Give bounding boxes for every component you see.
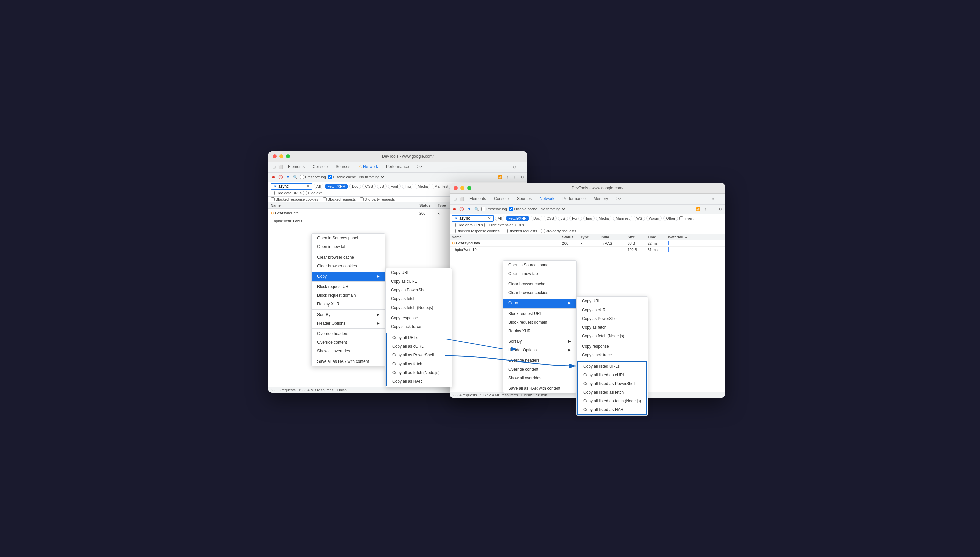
disable-cache-label-2[interactable]: Disable cache [509,207,537,211]
tab-memory-2[interactable]: Memory [590,194,611,204]
ctx2-block-domain[interactable]: Block request domain [503,318,576,327]
copy2-stack[interactable]: Copy stack trace [577,351,648,360]
download-icon-2[interactable]: ↓ [710,206,715,212]
tab-network-2[interactable]: Network [536,194,558,204]
upload-icon-1[interactable]: ↑ [505,174,510,180]
col-name-header-1[interactable]: Name [271,203,419,207]
tab-console-2[interactable]: Console [491,194,512,204]
copy1-url[interactable]: Copy URL [385,268,452,277]
hide-data-label-1[interactable]: Hide data URLs [271,191,302,195]
col-time-header-2[interactable]: Time [648,235,668,239]
copy1-all-har[interactable]: Copy all as HAR [387,377,451,386]
disable-cache-check-1[interactable] [328,175,332,179]
filter-js-1[interactable]: JS [377,184,387,189]
record-btn-1[interactable]: ⏺ [271,174,276,180]
filter-font-2[interactable]: Font [569,216,582,221]
ctx2-override-headers[interactable]: Override headers [503,356,576,365]
ctx1-open-sources[interactable]: Open in Sources panel [312,234,385,243]
filter-all-1[interactable]: All [314,184,323,189]
copy1-all-fetch[interactable]: Copy all as fetch [387,360,451,368]
ctx1-clear-cookies[interactable]: Clear browser cookies [312,262,385,270]
tab-sources-1[interactable]: Sources [332,162,354,173]
ctx1-override-headers[interactable]: Override headers [312,329,385,338]
device-icon-2[interactable]: ⬜ [459,196,464,202]
clear-search-2[interactable]: ✕ [488,216,491,221]
hide-data-check-1[interactable] [271,191,274,195]
ctx2-copy[interactable]: Copy▶ [503,299,576,308]
inspect-icon-2[interactable]: ⊡ [452,196,458,202]
tab-more-2[interactable]: >> [613,194,624,204]
col-initiator-header-2[interactable]: Initia... [601,235,627,239]
copy2-response[interactable]: Copy response [577,342,648,351]
close-button-1[interactable] [273,154,276,158]
disable-cache-label-1[interactable]: Disable cache [328,175,356,179]
throttling-select-2[interactable]: No throttling [539,207,566,211]
download-icon-1[interactable]: ↓ [512,174,518,180]
filter-wasm-2[interactable]: Wasm [647,216,662,221]
tab-sources-2[interactable]: Sources [513,194,535,204]
col-name-header-2[interactable]: Name [452,235,562,239]
third-party-2[interactable]: 3rd-party requests [541,229,576,233]
ctx2-header-opts[interactable]: Header Options▶ [503,346,576,355]
hide-ext-check-1[interactable] [303,191,307,195]
copy2-all-listed-har[interactable]: Copy all listed as HAR [578,406,647,414]
copy2-all-listed-ps[interactable]: Copy all listed as PowerShell [578,379,647,388]
ctx2-replay-xhr[interactable]: Replay XHR [503,327,576,336]
filter-js-2[interactable]: JS [558,216,568,221]
preserve-log-check-2[interactable] [481,207,485,211]
filter-ws-2[interactable]: WS [634,216,645,221]
copy1-all-fetch-node[interactable]: Copy all as fetch (Node.js) [387,368,451,377]
settings2-icon-1[interactable]: ⚙ [519,174,525,180]
invert-check-2[interactable] [679,216,683,220]
ctx2-clear-cookies[interactable]: Clear browser cookies [503,288,576,297]
more-icon-2[interactable]: ⋮ [717,196,722,202]
close-button-2[interactable] [454,186,458,190]
filter-fetchxhr-1[interactable]: Fetch/XHR [325,184,348,189]
filter-img-2[interactable]: Img [583,216,595,221]
copy1-stack[interactable]: Copy stack trace [385,322,452,331]
filter-all-2[interactable]: All [495,216,505,221]
preserve-log-check-1[interactable] [300,175,304,179]
settings2-icon-2[interactable]: ⚙ [717,206,723,212]
ctx2-open-sources[interactable]: Open in Sources panel [503,261,576,269]
maximize-button-2[interactable] [467,186,471,190]
ctx1-header-opts[interactable]: Header Options▶ [312,319,385,327]
copy2-all-listed-urls[interactable]: Copy all listed URLs [578,362,647,371]
throttling-select-1[interactable]: No throttling [358,175,385,179]
ctx2-block-url[interactable]: Block request URL [503,309,576,318]
copy2-curl[interactable]: Copy as cURL [577,306,648,314]
table-row[interactable]: □hpba?vet=10a... 192 B 51 ms [450,247,725,253]
maximize-button-1[interactable] [286,154,290,158]
copy1-all-curl[interactable]: Copy all as cURL [387,342,451,351]
copy1-all-ps[interactable]: Copy all as PowerShell [387,351,451,360]
invert-label-2[interactable]: Invert [679,216,694,220]
filter-img-1[interactable]: Img [402,184,413,189]
col-status-header-2[interactable]: Status [562,235,581,239]
filter-icon-2[interactable]: ▼ [467,206,472,212]
ctx2-save-har[interactable]: Save all as HAR with content [503,384,576,393]
ctx1-show-overrides[interactable]: Show all overrides [312,347,385,355]
inspect-icon[interactable]: ⊡ [271,164,276,170]
copy2-url[interactable]: Copy URL [577,297,648,306]
tab-console-1[interactable]: Console [309,162,331,173]
col-waterfall-header-2[interactable]: Waterfall ▲ [668,235,723,239]
settings-icon-1[interactable]: ⚙ [512,164,518,170]
copy2-all-listed-curl[interactable]: Copy all listed as cURL [578,371,647,379]
ctx1-copy[interactable]: Copy▶ [312,272,385,281]
col-size-header-2[interactable]: Size [627,235,648,239]
table-row[interactable]: ⚙GetAsyncData 200 xhr m-AAS 68 B 22 ms [450,241,725,247]
search-btn-2[interactable]: 🔍 [474,206,479,212]
device-icon[interactable]: ⬜ [278,164,283,170]
col-status-header-1[interactable]: Status [419,203,438,207]
ctx1-clear-cache[interactable]: Clear browser cache [312,253,385,262]
minimize-button-2[interactable] [461,186,464,190]
filter-icon-1[interactable]: ▼ [285,174,291,180]
copy1-all-urls[interactable]: Copy all URLs [387,333,451,342]
tab-elements-1[interactable]: Elements [284,162,308,173]
filter-css-1[interactable]: CSS [363,184,376,189]
col-type-header-2[interactable]: Type [581,235,601,239]
filter-doc-2[interactable]: Doc [531,216,543,221]
ctx1-sort-by[interactable]: Sort By▶ [312,310,385,319]
minimize-button-1[interactable] [279,154,283,158]
filter-css-2[interactable]: CSS [544,216,557,221]
